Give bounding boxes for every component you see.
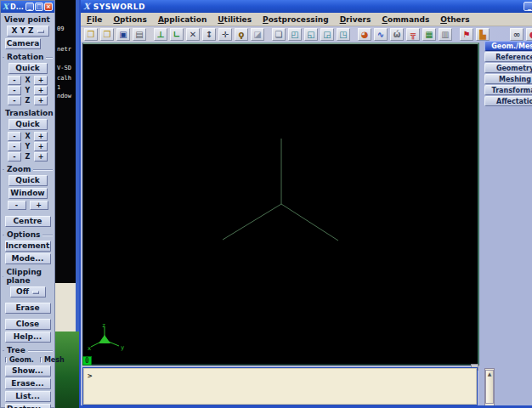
orientation-triad: z x y	[87, 321, 129, 352]
translate-y-minus-button[interactable]: -	[8, 142, 21, 151]
rotate-y-row: - Y +	[1, 86, 54, 95]
menu-others[interactable]: Others	[440, 15, 469, 24]
list-grid-icon[interactable]: ▥	[439, 28, 452, 41]
tree-erase-button[interactable]: Erase...	[5, 378, 51, 389]
axes-icon[interactable]: ⊥	[154, 28, 167, 41]
mode-button[interactable]: Mode...	[5, 253, 51, 264]
background-document	[55, 283, 79, 332]
desktop: 09 netr V-SD calh 1 ndow X SYSWORLD _ Fi…	[0, 0, 532, 408]
print-icon[interactable]: ▤	[133, 28, 146, 41]
tree-list-button[interactable]: List...	[5, 391, 51, 402]
zoom-out-button[interactable]: -	[8, 201, 26, 210]
toolbar: ❒ ❐ ▣ ▤ ⊥ ∟ ✕ ↕ ✛ ϙ ◪ ❏ ◰ ◱ ◲ ◳ ◕ ∿ ώ ╦ …	[81, 27, 532, 42]
help-button[interactable]: Help...	[5, 332, 51, 343]
viewpoint-dialog: X D... _ □ × View point X Y Z Camera Rot…	[0, 0, 55, 408]
tab-meshing[interactable]: Meshing	[484, 74, 532, 84]
console-scrollbar[interactable]: ▲	[484, 368, 495, 407]
cube-view-1-icon[interactable]: ◰	[288, 28, 302, 41]
menu-drivers[interactable]: Drivers	[340, 15, 371, 24]
dialog-close-icon[interactable]: ×	[44, 3, 53, 11]
scrollbar-thumb[interactable]: ▲	[485, 370, 494, 404]
menu-application[interactable]: Application	[158, 15, 207, 24]
zoom-tool-icon[interactable]: ϙ	[235, 28, 248, 41]
translate-x-row: - X +	[1, 132, 54, 141]
minimize-button[interactable]: _	[524, 2, 532, 11]
tab-transformation[interactable]: Transformat	[484, 85, 532, 95]
terminal-text: 1	[55, 84, 76, 91]
rotate-x-plus-button[interactable]: +	[34, 76, 48, 85]
tab-affectation[interactable]: Affectatio	[484, 96, 532, 106]
menu-options[interactable]: Options	[113, 15, 146, 24]
erase-tool-icon[interactable]: ◪	[251, 28, 264, 41]
cube-view-2-icon[interactable]: ◱	[304, 28, 318, 41]
terminal-text: ndow	[55, 93, 76, 99]
svg-text:z: z	[102, 322, 105, 329]
menu-postprocessing[interactable]: Postprocessing	[263, 15, 329, 24]
translate-x-minus-button[interactable]: -	[8, 132, 21, 141]
cube-view-3-icon[interactable]: ◲	[320, 28, 334, 41]
menu-commands[interactable]: Commands	[382, 15, 429, 24]
x11-logo-icon: X	[83, 2, 90, 11]
y-axis-label: Y	[25, 87, 31, 94]
translate-z-row: - Z +	[1, 152, 54, 162]
increment-button[interactable]: Increment...	[5, 241, 51, 252]
cube-view-4-icon[interactable]: ◳	[337, 28, 350, 41]
translation-quick-button[interactable]: Quick	[8, 119, 48, 130]
mesh-checkbox[interactable]	[40, 357, 42, 363]
vertical-fit-icon[interactable]: ↕	[202, 28, 216, 41]
rotate-y-plus-button[interactable]: +	[34, 86, 48, 95]
tree-destroy-button[interactable]: Destroy...	[5, 404, 51, 408]
material-sphere-icon[interactable]: ◕	[358, 28, 371, 41]
zoom-quick-button[interactable]: Quick	[8, 175, 48, 186]
rotate-y-minus-button[interactable]: -	[8, 86, 21, 95]
zoom-window-button[interactable]: Window	[8, 188, 48, 199]
rotation-quick-button[interactable]: Quick	[8, 63, 48, 74]
tab-geometry[interactable]: Geometry	[484, 63, 532, 73]
option-menu-indicator	[37, 30, 44, 33]
corner-axes-icon[interactable]: ∟	[170, 28, 184, 41]
translate-x-plus-button[interactable]: +	[34, 132, 48, 141]
command-console[interactable]: >	[82, 367, 478, 405]
rotate-z-plus-button[interactable]: +	[34, 96, 48, 105]
open-model-icon[interactable]: ❐	[100, 28, 114, 41]
translate-z-minus-button[interactable]: -	[8, 152, 21, 162]
fit-view-icon[interactable]: ✕	[186, 28, 200, 41]
colorbar-icon[interactable]: ▙	[476, 28, 490, 41]
record-icon[interactable]: ●	[526, 28, 532, 41]
close-button[interactable]: Close	[5, 319, 51, 330]
rotate-x-minus-button[interactable]: -	[8, 76, 21, 85]
xyz-option-button[interactable]: X Y Z	[7, 26, 49, 37]
frame-icon[interactable]: ❏	[272, 28, 286, 41]
graphics-viewport[interactable]: z x y	[82, 42, 479, 366]
centre-button[interactable]: Centre	[5, 216, 51, 227]
frequency-icon[interactable]: ώ	[390, 28, 404, 41]
pan-icon[interactable]: ✛	[218, 28, 232, 41]
translate-y-plus-button[interactable]: +	[34, 142, 48, 151]
zoom-in-button[interactable]: +	[30, 201, 48, 210]
hierarchy-icon[interactable]: ╦	[406, 28, 420, 41]
menu-file[interactable]: File	[87, 15, 102, 24]
tree-section-label: Tree	[3, 346, 53, 354]
glasses-icon[interactable]: ∞	[510, 28, 524, 41]
camera-option-button[interactable]: Camera	[5, 38, 41, 49]
flag-icon[interactable]: ⚑	[460, 28, 473, 41]
clipping-off-button[interactable]: Off	[10, 286, 46, 298]
rotate-z-minus-button[interactable]: -	[8, 96, 21, 105]
tab-reference[interactable]: Reference	[484, 52, 532, 62]
erase-button[interactable]: Erase	[5, 303, 51, 314]
window-titlebar[interactable]: X SYSWORLD _	[81, 0, 532, 13]
tree-show-button[interactable]: Show...	[5, 366, 51, 377]
curve-chart-icon[interactable]: ∿	[374, 28, 388, 41]
geom-checkbox[interactable]	[5, 357, 7, 363]
menu-utilities[interactable]: Utilities	[218, 15, 252, 24]
tab-geom-mesh[interactable]: Geom./Mesh	[484, 41, 532, 51]
open-icon[interactable]: ❒	[84, 28, 98, 41]
dialog-maximize-button[interactable]: □	[35, 3, 43, 11]
save-icon[interactable]: ▣	[116, 28, 130, 41]
dialog-minimize-button[interactable]: _	[25, 3, 34, 11]
mesh-matrix-icon[interactable]: ▦	[422, 28, 436, 41]
dialog-titlebar[interactable]: X D... _ □ ×	[1, 1, 54, 13]
translate-z-plus-button[interactable]: +	[34, 152, 48, 162]
terminal-window[interactable]: 09 netr V-SD calh 1 ndow	[55, 0, 79, 283]
center-triad	[83, 44, 478, 364]
